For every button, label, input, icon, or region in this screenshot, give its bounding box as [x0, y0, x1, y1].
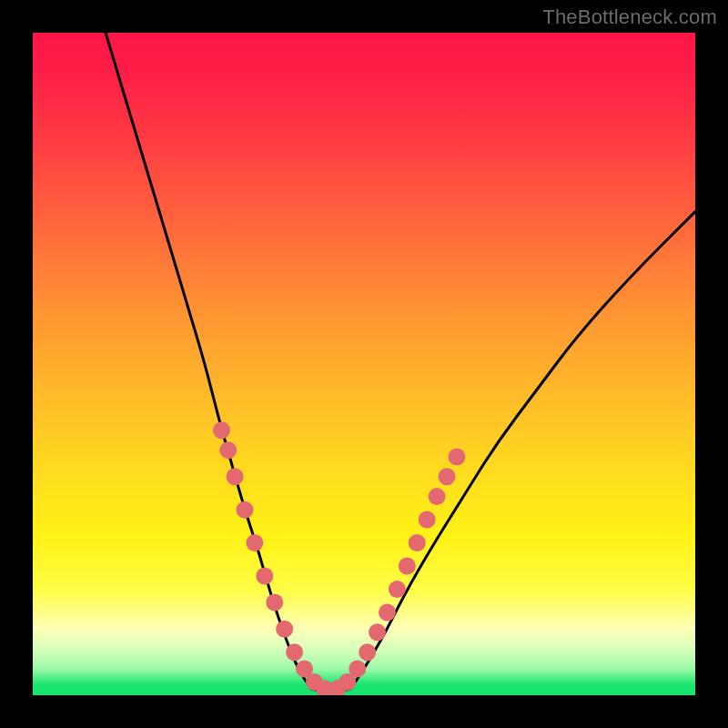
highlight-dot-left [276, 621, 293, 638]
highlight-dot-right [429, 488, 446, 505]
highlight-dot-right [409, 534, 426, 551]
plot-area [33, 33, 695, 695]
watermark-label: TheBottleneck.com [542, 5, 717, 29]
highlight-dot-right [369, 623, 386, 641]
highlight-dot-left [227, 468, 244, 485]
highlight-dot-right [349, 660, 366, 677]
highlight-dot-right [389, 581, 406, 598]
highlight-dot-left [256, 567, 273, 584]
highlight-dot-left [236, 501, 253, 519]
highlight-dot-left [219, 441, 237, 459]
highlight-dot-left [266, 594, 283, 612]
highlight-dot-right [448, 448, 465, 465]
chart-frame: TheBottleneck.com [0, 0, 728, 728]
highlight-dot-right [419, 511, 436, 529]
highlight-dot-right [439, 468, 456, 485]
highlight-dot-right [379, 604, 396, 622]
highlight-dot-right [359, 643, 376, 661]
highlight-dot-left [213, 421, 230, 439]
highlight-dot-right [399, 558, 416, 575]
curve-layer [33, 33, 695, 695]
highlight-dot-left [246, 534, 263, 551]
highlight-dot-left [286, 643, 303, 661]
